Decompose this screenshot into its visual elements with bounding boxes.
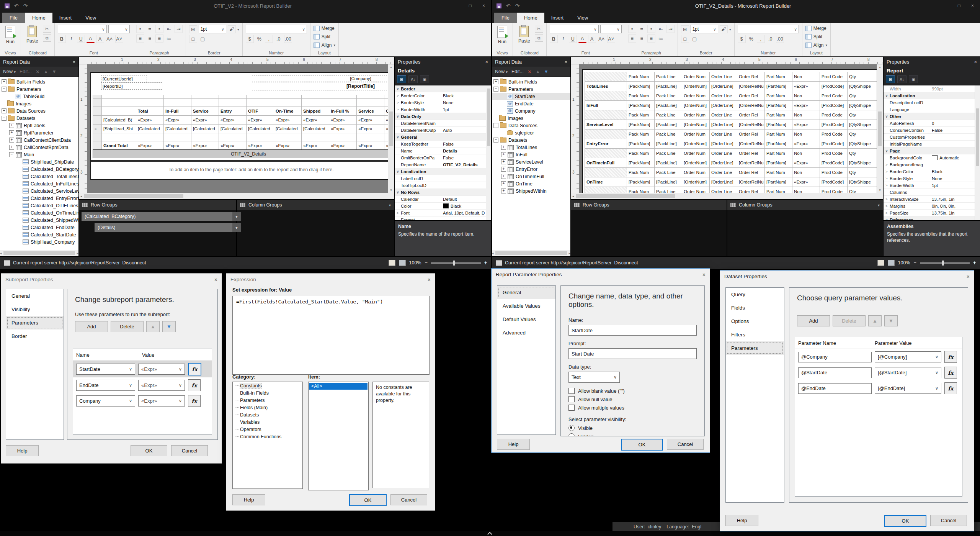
tablix-cell[interactable]: «Expr» xyxy=(191,116,219,125)
column-header-cell[interactable]: Qty xyxy=(848,72,875,82)
tablix-cell[interactable] xyxy=(274,99,302,107)
zoom-out-icon[interactable]: − xyxy=(914,260,916,266)
tablix-cell[interactable]: «Expr» xyxy=(191,141,219,150)
tablix-cell[interactable]: [QtyShippe xyxy=(848,177,875,187)
tree-item[interactable]: TableGuid xyxy=(0,93,78,100)
tablix-cell[interactable] xyxy=(274,133,302,141)
expression-fx-button[interactable]: fx xyxy=(188,379,201,391)
no-border-icon[interactable]: ▢ xyxy=(199,35,207,43)
taskbar-caret-icon[interactable] xyxy=(488,532,492,535)
expander-icon[interactable]: + xyxy=(2,79,7,84)
tab-insert[interactable]: Insert xyxy=(52,13,79,23)
tablix-cell[interactable]: [Calculated xyxy=(274,125,302,133)
checkbox[interactable] xyxy=(568,388,575,394)
align-top-icon[interactable]: ⹀ xyxy=(628,25,636,33)
column-header-cell[interactable]: Pack Num xyxy=(627,110,655,120)
tablix-cell[interactable] xyxy=(164,133,191,141)
increase-decimal-icon[interactable]: .00 xyxy=(284,35,292,43)
property-row[interactable]: >BorderColorBlack xyxy=(395,92,486,99)
column-header-cell[interactable]: Order Num xyxy=(682,168,710,177)
expression-fx-button[interactable]: fx xyxy=(944,351,957,363)
property-row[interactable]: OmitBorderOnPaFalse xyxy=(395,154,486,161)
property-value[interactable]: Black xyxy=(930,169,975,174)
column-header-cell[interactable]: S xyxy=(875,110,877,120)
tablix-cell[interactable]: «Expr» xyxy=(329,116,357,125)
close-icon[interactable]: × xyxy=(702,272,706,278)
column-header-cell[interactable]: S xyxy=(875,187,877,193)
column-header-cell[interactable]: Prod Code xyxy=(820,91,848,101)
expander-icon[interactable]: + xyxy=(2,108,7,113)
tablix-cell[interactable]: «Expr» xyxy=(274,141,302,150)
property-value[interactable]: 0 xyxy=(930,121,975,126)
font-size-select[interactable]: ∨ xyxy=(600,25,622,33)
help-button[interactable]: Help xyxy=(232,494,265,505)
tab-home[interactable]: Home xyxy=(25,13,52,23)
parameter-value-select[interactable]: «Expr»∨ xyxy=(138,380,185,391)
disconnect-link[interactable]: Disconnect xyxy=(122,260,146,266)
column-header-cell[interactable] xyxy=(102,107,136,116)
tree-item[interactable]: ShipHead_Company xyxy=(0,238,78,246)
tablix-cell[interactable]: [OrderLine] xyxy=(710,101,737,110)
tree-item[interactable]: +TotalLines xyxy=(492,144,570,151)
parameter-value-select[interactable]: «Expr»∨ xyxy=(138,364,185,375)
property-row[interactable]: DataElementOutpAuto xyxy=(395,127,486,134)
tablix-cell[interactable]: [OrderRelNu xyxy=(737,177,765,187)
column-header-cell[interactable]: Qty xyxy=(848,91,875,101)
help-button[interactable]: Help xyxy=(497,439,530,450)
nav-item[interactable]: Visibility xyxy=(6,303,64,316)
close-button[interactable]: × xyxy=(971,3,974,8)
currency-icon[interactable]: $ xyxy=(738,35,746,43)
column-handle[interactable] xyxy=(247,95,274,99)
property-row[interactable]: DescriptionLocID xyxy=(884,99,975,106)
border-color-icon[interactable]: 🖌 xyxy=(720,25,728,33)
tree-item[interactable]: −Data Sources xyxy=(492,122,570,129)
column-header-cell[interactable]: Non xyxy=(792,91,820,101)
report-page[interactable]: Pack NumPack LineOrder NumOrder LineOrde… xyxy=(582,69,877,193)
align-middle-icon[interactable]: = xyxy=(146,25,154,33)
categorized-view-icon[interactable]: ⊟ xyxy=(886,75,895,83)
column-header-cell[interactable]: Prod Code xyxy=(820,129,848,139)
italic-button[interactable]: I xyxy=(559,35,567,43)
tree-item[interactable]: +CallContextClientData xyxy=(0,136,78,144)
tablix-cell[interactable]: [QtyShippe xyxy=(848,82,875,91)
category-item[interactable]: Variables xyxy=(233,418,302,426)
undo-icon[interactable]: ↶ xyxy=(506,3,511,8)
tree-item[interactable]: Calculated_OnTimeLine xyxy=(0,209,78,216)
align-middle-icon[interactable]: = xyxy=(638,25,646,33)
column-header-cell[interactable]: Order Line xyxy=(710,91,737,101)
parameter-value-select[interactable]: [@Company]∨ xyxy=(875,351,941,362)
tablix-cell[interactable]: [PackNum] xyxy=(627,139,655,149)
column-header-cell[interactable]: Part Num xyxy=(765,72,792,82)
tree-item[interactable]: +RptLabels xyxy=(0,122,78,129)
tablix-corner-cell[interactable] xyxy=(585,110,627,120)
move-down-icon[interactable]: ▼ xyxy=(52,69,57,74)
tablix-cell[interactable]: [PackNum] xyxy=(627,82,655,91)
grow-font-button[interactable]: A˄ xyxy=(598,35,606,43)
property-row[interactable]: Width990pt xyxy=(884,85,975,92)
tablix-cell[interactable]: «Expr» xyxy=(357,125,384,133)
tablix-cell[interactable]: «Expr» xyxy=(164,116,191,125)
tablix-cell[interactable]: [OrderRelNu xyxy=(737,101,765,110)
report-page[interactable]: [CurrentUserId] [ReportID] [Company] [Re… xyxy=(90,72,388,180)
expander-icon[interactable]: + xyxy=(493,79,498,84)
tablix-cell[interactable]: [ProdCode] xyxy=(820,177,848,187)
property-row[interactable]: ToolTipLocID xyxy=(395,182,486,189)
tablix-cell[interactable]: «Expr» xyxy=(219,141,247,150)
expander-icon[interactable]: + xyxy=(501,145,506,150)
tablix-cell[interactable]: [PartNum] xyxy=(765,139,792,149)
align-right-icon[interactable]: ≡ xyxy=(647,34,655,43)
parameter-value-select[interactable]: [@EndDate]∨ xyxy=(875,383,941,394)
column-header-cell[interactable]: Prod Code xyxy=(820,168,848,177)
font-color-button[interactable]: A xyxy=(578,35,586,43)
move-up-icon[interactable]: ▲ xyxy=(536,69,540,74)
cancel-button[interactable]: Cancel xyxy=(390,494,427,505)
tablix-cell[interactable]: «Expr» xyxy=(302,116,329,125)
tablix-cell[interactable]: [ xyxy=(875,139,877,149)
category-item[interactable]: Datasets xyxy=(233,411,302,418)
underline-button[interactable]: U xyxy=(569,35,577,43)
column-header-cell[interactable]: In-Full % xyxy=(329,107,357,116)
align-left-icon[interactable]: ≡ xyxy=(136,34,144,43)
column-header-cell[interactable]: Order Rel xyxy=(737,187,765,193)
row-handle[interactable] xyxy=(93,116,102,125)
close-icon[interactable]: × xyxy=(214,277,217,283)
